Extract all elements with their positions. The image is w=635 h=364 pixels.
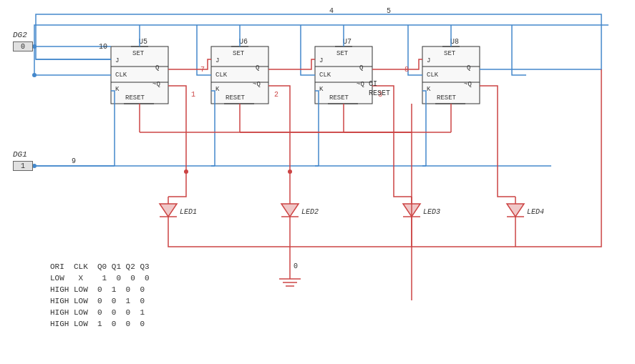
truth-table-header: ORI CLK Q0 Q1 Q2 Q3 (50, 261, 150, 272)
dg1-box[interactable]: 1 (13, 161, 33, 171)
dg1-value: 1 (21, 162, 25, 170)
dg2-value: 0 (21, 43, 25, 51)
truth-table-row-0: LOW X 1 0 0 0 (50, 272, 150, 284)
truth-table: ORI CLK Q0 Q1 Q2 Q3 LOW X 1 0 0 0 HIGH L… (50, 261, 150, 330)
truth-table-row-1: HIGH LOW 0 1 0 0 (50, 284, 150, 295)
truth-table-row-4: HIGH LOW 1 0 0 0 (50, 318, 150, 330)
truth-table-row-3: HIGH LOW 0 0 0 1 (50, 307, 150, 318)
dg2-box[interactable]: 0 (13, 41, 33, 51)
truth-table-row-2: HIGH LOW 0 0 1 0 (50, 295, 150, 307)
